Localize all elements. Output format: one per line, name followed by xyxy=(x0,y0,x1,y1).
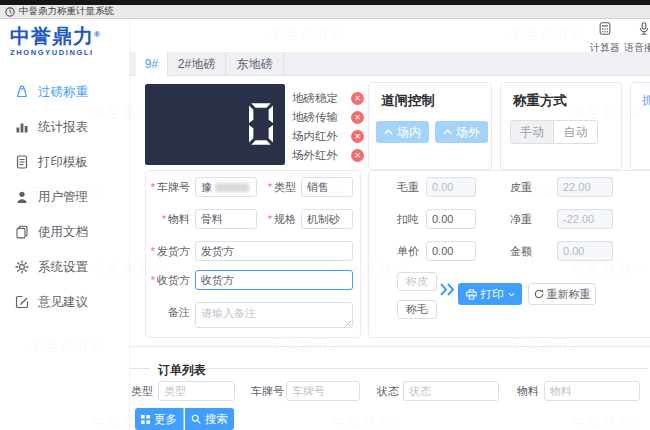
filter-status-input[interactable] xyxy=(403,381,499,401)
printer-icon xyxy=(466,289,477,300)
error-circle-icon xyxy=(351,149,364,162)
mode-auto-option[interactable]: 自动 xyxy=(554,120,598,144)
tab-9[interactable]: 9# xyxy=(136,52,168,76)
amount-input xyxy=(557,241,613,261)
deduct-label: 扣吨 xyxy=(387,209,419,229)
tab-dong-dibang[interactable]: 东地磅 xyxy=(226,52,284,76)
watermark-text: 中誉鼎力® xyxy=(332,414,404,430)
type-label: 类型 xyxy=(268,177,296,197)
capture-panel: 抓拍 xyxy=(630,82,650,170)
plate-input[interactable]: 豫 xyxy=(195,177,257,197)
toolbar-voice[interactable]: 语音播报 xyxy=(624,21,650,55)
censored-plate-block xyxy=(215,183,249,192)
watermark-text: 中誉鼎力® xyxy=(510,26,582,44)
sidebar-item-reports[interactable]: 统计报表 xyxy=(0,110,130,144)
more-label: 更多 xyxy=(154,412,177,427)
sender-input[interactable] xyxy=(195,241,353,261)
sidebar-item-weighing[interactable]: 过磅称重 xyxy=(0,75,130,109)
sidebar-item-label: 意见建议 xyxy=(38,294,88,311)
sidebar-item-label: 用户管理 xyxy=(38,189,88,206)
sidebar: 中誉鼎力® ZHONGYUDINGLI 过磅称重 统计报表 打印模板 用户管理 xyxy=(0,19,130,430)
remark-textarea[interactable] xyxy=(195,302,353,328)
reweigh-button[interactable]: 重新称重 xyxy=(528,283,596,305)
sidebar-item-docs[interactable]: 使用文档 xyxy=(0,215,130,249)
receiver-label: 收货方 xyxy=(151,270,190,290)
print-label: 打印 xyxy=(481,287,504,302)
watermark-text: 中誉鼎力® xyxy=(572,414,644,430)
gross-label: 毛重 xyxy=(387,177,419,197)
sidebar-item-user-management[interactable]: 用户管理 xyxy=(0,180,130,214)
search-button[interactable]: 搜索 xyxy=(185,408,234,430)
capture-link[interactable]: 抓拍 xyxy=(642,92,650,109)
section-divider xyxy=(130,346,650,347)
fast-forward-icon xyxy=(439,283,455,296)
scale-icon xyxy=(15,85,29,99)
brand-subtext: ZHONGYUDINGLI xyxy=(10,48,100,57)
type-input[interactable] xyxy=(301,177,353,197)
chevron-down-icon xyxy=(508,292,515,297)
chevron-up-icon xyxy=(443,129,452,135)
gate-inside-button[interactable]: 场内 xyxy=(376,121,429,143)
brand-name: 中誉鼎力 xyxy=(10,25,94,47)
spec-input[interactable] xyxy=(301,209,353,229)
orders-title: 订单列表 xyxy=(158,362,206,379)
weight-values-panel: 毛重 皮重 扣吨 净重 单价 金额 称皮 称毛 打印 重新称重 xyxy=(368,170,650,338)
material-input[interactable] xyxy=(195,209,257,229)
sidebar-item-label: 系统设置 xyxy=(38,259,88,276)
gate-outside-label: 场外 xyxy=(456,124,480,141)
gate-control-title: 道闸控制 xyxy=(381,92,435,110)
weigh-tare-button[interactable]: 称皮 xyxy=(397,272,437,291)
sidebar-item-label: 统计报表 xyxy=(38,119,88,136)
document-icon xyxy=(15,225,29,239)
reweigh-label: 重新称重 xyxy=(547,287,591,302)
sidebar-item-settings[interactable]: 系统设置 xyxy=(0,250,130,284)
toolbar-calculator[interactable]: 计算器 xyxy=(585,21,625,55)
status-label: 场外红外 xyxy=(292,148,338,163)
sidebar-item-feedback[interactable]: 意见建议 xyxy=(0,285,130,319)
mode-manual-option[interactable]: 手动 xyxy=(510,120,554,144)
window-title: 中誉鼎力称重计量系统 xyxy=(19,5,114,18)
spec-label: 规格 xyxy=(268,209,296,229)
status-row: 地磅稳定 xyxy=(292,89,364,108)
filter-plate-input[interactable] xyxy=(286,381,360,401)
orders-divider-right xyxy=(204,368,648,369)
seven-segment-digit xyxy=(249,102,273,146)
registered-mark: ® xyxy=(94,30,100,39)
orders-divider-left xyxy=(130,368,150,369)
sidebar-item-print-template[interactable]: 打印模板 xyxy=(0,145,130,179)
filter-plate-label: 车牌号 xyxy=(251,381,284,401)
app-icon xyxy=(5,7,15,17)
weigh-mode-title: 称重方式 xyxy=(513,92,567,110)
chart-icon xyxy=(15,120,29,134)
gate-outside-button[interactable]: 场外 xyxy=(435,121,488,143)
weigh-gross-button[interactable]: 称毛 xyxy=(397,300,437,319)
deduct-input[interactable] xyxy=(426,209,476,229)
more-button[interactable]: 更多 xyxy=(135,408,184,430)
filter-status-label: 状态 xyxy=(377,381,399,401)
grid-icon xyxy=(141,415,150,424)
net-input xyxy=(557,209,613,229)
chevron-up-icon xyxy=(384,129,393,135)
status-row: 场内红外 xyxy=(292,127,364,146)
user-icon xyxy=(15,190,29,204)
tab-2-dibang[interactable]: 2#地磅 xyxy=(168,52,226,76)
receiver-input[interactable] xyxy=(195,270,353,290)
sidebar-item-label: 打印模板 xyxy=(38,154,88,171)
price-label: 单价 xyxy=(387,241,419,261)
search-icon xyxy=(191,414,201,424)
print-button[interactable]: 打印 xyxy=(458,283,522,305)
filter-type-label: 类型 xyxy=(131,381,153,401)
weigh-mode-panel: 称重方式 手动 自动 xyxy=(500,82,622,170)
filter-material-input[interactable] xyxy=(544,381,640,401)
tare-input xyxy=(557,177,613,197)
status-label: 地磅稳定 xyxy=(292,91,338,106)
microphone-icon xyxy=(639,22,649,35)
weigh-form-panel: 车牌号 豫 类型 物料 规格 发货方 收货方 备注 xyxy=(145,170,361,338)
weight-display xyxy=(145,84,285,165)
filter-type-input[interactable] xyxy=(158,381,235,401)
price-input[interactable] xyxy=(426,241,476,261)
plate-label: 车牌号 xyxy=(151,177,190,197)
status-row: 地磅传输 xyxy=(292,108,364,127)
window-titlebar: 中誉鼎力称重计量系统 xyxy=(0,5,650,19)
gate-inside-label: 场内 xyxy=(397,124,421,141)
